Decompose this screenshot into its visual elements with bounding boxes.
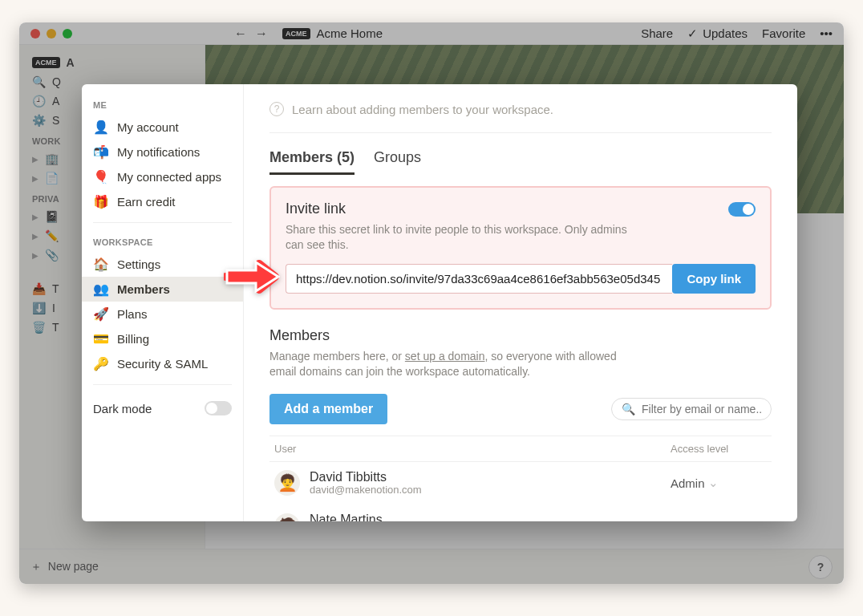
settings-sidebar: ME 👤My account 📬My notifications 🎈My con… [82,84,244,521]
zoom-window-button[interactable] [63,29,72,38]
copy-link-button[interactable]: Copy link [672,264,756,294]
workspace-chip: ACME [282,28,310,39]
setup-domain-link[interactable]: set up a domain [405,350,485,363]
sidebar-item-my-notifications[interactable]: 📬My notifications [82,140,243,164]
dark-mode-toggle[interactable] [205,401,232,415]
invite-link-card: Invite link Share this secret link to in… [269,186,772,310]
balloon-icon: 🎈 [93,169,109,184]
members-desc: Manage members here, or set up a domain,… [269,349,638,379]
updates-button[interactable]: ✓ Updates [687,26,748,41]
sidebar-item-members[interactable]: 👥Members [82,277,243,302]
members-heading: Members [269,327,772,344]
check-icon: ✓ [687,26,698,41]
mailbox-icon: 📬 [93,144,109,160]
house-icon: 🏠 [93,257,109,272]
page-title: Acme Home [317,26,383,40]
settings-modal: ME 👤My account 📬My notifications 🎈My con… [82,84,797,521]
traffic-lights [30,29,72,38]
back-button[interactable]: ← [234,26,247,41]
rocket-icon: 🚀 [93,306,109,322]
access-level-selector[interactable]: Admin ⌄ [671,519,767,521]
sidebar-item-settings[interactable]: 🏠Settings [82,252,243,277]
sidebar-item-security-saml[interactable]: 🔑Security & SAML [82,351,243,376]
window-titlebar: ← → ACME Acme Home Share ✓ Updates Favor… [19,22,844,45]
dark-mode-label: Dark mode [93,402,152,415]
close-window-button[interactable] [30,29,40,38]
new-page-button[interactable]: ＋ New page [30,560,99,574]
callout-arrow-icon [224,260,280,294]
learn-link[interactable]: ? Learn about adding members to your wor… [269,102,772,133]
person-icon: 👤 [93,120,109,135]
member-tabs: Members (5) Groups [269,143,772,175]
sidebar-item-billing[interactable]: 💳Billing [82,326,243,351]
help-button[interactable]: ? [808,555,833,579]
share-button[interactable]: Share [641,26,673,40]
gift-icon: 🎁 [93,194,109,209]
chevron-down-icon: ⌄ [708,519,719,521]
minimize-window-button[interactable] [47,29,56,38]
tab-groups[interactable]: Groups [374,143,421,175]
forward-button[interactable]: → [255,26,268,41]
invite-link-toggle[interactable] [728,202,756,217]
sidebar-item-connected-apps[interactable]: 🎈My connected apps [82,164,243,189]
sidebar-item-my-account[interactable]: 👤My account [82,115,243,140]
avatar: 🧑 [274,513,300,521]
invite-link-title: Invite link [286,201,346,217]
members-table-header: User Access level [269,436,772,462]
sidebar-item-earn-credit[interactable]: 🎁Earn credit [82,189,243,214]
access-level-selector[interactable]: Admin ⌄ [671,476,767,490]
workspace-switcher[interactable]: ACME A [24,53,200,72]
tab-members[interactable]: Members (5) [269,143,355,175]
table-row: 🧑 Nate Martins nate@makenotion.com Admin… [269,505,772,521]
table-row: 🧑‍🦱 David Tibbitts david@makenotion.com … [269,462,772,505]
search-icon: 🔍 [622,403,635,415]
settings-content: ? Learn about adding members to your wor… [244,84,797,521]
svg-marker-0 [227,262,278,291]
key-icon: 🔑 [93,356,109,371]
add-member-button[interactable]: Add a member [269,394,387,424]
more-menu-button[interactable]: ••• [820,26,833,40]
favorite-button[interactable]: Favorite [762,26,805,40]
chevron-down-icon: ⌄ [708,476,719,490]
question-circle-icon: ? [269,102,284,116]
member-filter[interactable]: 🔍 [611,398,772,420]
invite-link-field[interactable]: https://dev.notion.so/invite/97da33c69aa… [286,264,672,294]
people-icon: 👥 [93,282,109,297]
breadcrumb[interactable]: ACME Acme Home [282,26,383,40]
card-icon: 💳 [93,331,109,346]
avatar: 🧑‍🦱 [274,470,300,496]
sidebar-item-plans[interactable]: 🚀Plans [82,302,243,326]
member-filter-input[interactable] [642,403,761,415]
